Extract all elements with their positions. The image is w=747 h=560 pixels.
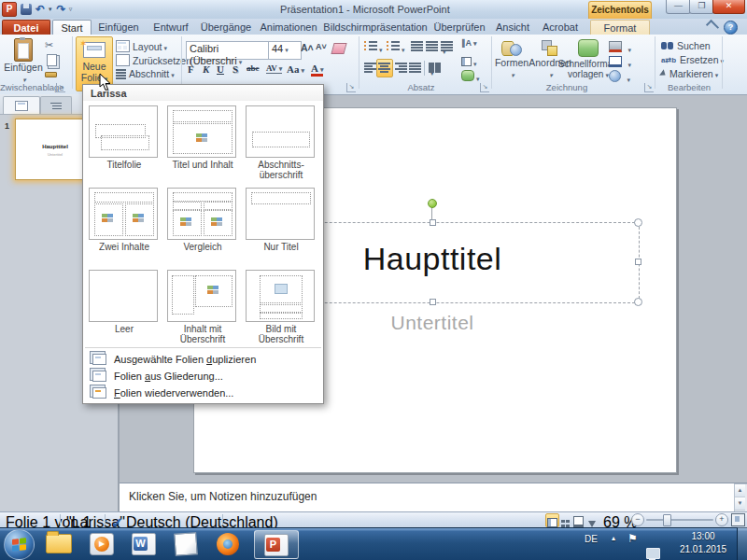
tab-animationen[interactable]: Animationen [258,20,319,35]
tab-acrobat[interactable]: Acrobat [538,20,583,35]
font-dialog-launcher-icon[interactable]: ↘ [346,83,356,92]
drawing-dialog-launcher-icon[interactable]: ↘ [644,83,654,92]
zoom-slider-thumb[interactable] [663,514,671,526]
tab-format[interactable]: Format [590,20,650,35]
show-desktop-button[interactable] [737,527,747,560]
taskbar-media-player-button[interactable]: ▶ [84,530,120,557]
cut-icon[interactable]: ✂ [45,39,53,51]
layout-item-titel-und-inhalt[interactable]: Titel und Inhalt [167,105,238,170]
bold-button[interactable]: F [188,63,194,75]
notes-scrollbar[interactable]: ▲ ▼ [734,483,747,512]
view-slideshow-button[interactable] [585,513,599,527]
language-indicator[interactable]: DE [585,534,598,544]
columns-icon[interactable] [429,63,441,73]
menu-duplicate-slides[interactable]: Ausgewählte Folien duplizieren [83,351,323,367]
scroll-down-icon[interactable]: ▼ [735,497,745,511]
tab-datei[interactable]: Datei [2,20,50,35]
resize-handle-bottom-right[interactable] [634,298,642,306]
tab-bildschirmpraesentation[interactable]: Bildschirmpräsentation [323,20,428,35]
reset-button[interactable]: Zurücksetzen [116,54,191,66]
tab-einfuegen[interactable]: Einfügen [93,20,144,35]
resize-handle-top-right[interactable] [634,218,642,227]
paragraph-dialog-launcher-icon[interactable]: ↘ [480,83,489,92]
tab-start[interactable]: Start [52,20,92,35]
layout-item-inhalt-mit-ueberschrift[interactable]: Inhalt mit Überschrift [167,270,238,344]
layout-button[interactable]: Layout [116,40,167,52]
find-button[interactable]: Suchen [661,40,711,51]
tab-slides-thumbnails[interactable] [3,96,40,114]
font-family-select[interactable]: Calibri (Überschri [186,41,272,60]
underline-button[interactable]: U [217,63,224,75]
section-button[interactable]: Abschnitt [116,68,175,79]
change-case-button[interactable]: Aa [287,63,304,75]
copy-icon[interactable] [47,54,57,66]
rotation-handle[interactable] [428,199,437,208]
redo-icon[interactable]: ↶ [56,4,65,15]
layout-item-abschnittsueberschrift[interactable]: Abschnitts-überschrift [246,105,317,180]
view-sorter-button[interactable] [558,513,572,527]
line-spacing-icon[interactable] [441,41,453,51]
format-painter-icon[interactable] [45,72,57,77]
qat-customize-icon[interactable]: ▿ [69,6,73,13]
view-reading-button[interactable] [571,513,585,527]
arrange-dropdown-icon[interactable] [547,68,553,79]
strikethrough-button[interactable]: abc [247,63,260,73]
decrease-font-icon[interactable]: A˅ [316,42,327,51]
character-spacing-button[interactable]: AV [266,63,282,74]
bullets-dropdown-icon[interactable] [377,39,383,56]
quick-styles-button[interactable]: Schnellformat- vorlagen [570,36,607,79]
taskbar-powerpoint-button[interactable]: P [254,530,299,559]
increase-font-icon[interactable]: A˄ [301,42,314,53]
text-direction-icon[interactable]: ∥A [461,38,477,48]
tab-ueberpruefen[interactable]: Überprüfen [431,20,487,35]
layout-item-bild-mit-ueberschrift[interactable]: Bild mit Überschrift [246,270,317,344]
powerpoint-logo-icon[interactable]: P [2,2,17,17]
scroll-up-icon[interactable]: ▲ [735,484,745,497]
clipboard-dialog-launcher-icon[interactable]: ↘ [56,83,65,92]
close-button[interactable]: ✕ [712,0,745,14]
start-button[interactable] [4,529,35,560]
view-normal-button[interactable] [545,513,559,527]
layout-item-leer[interactable]: Leer [89,270,160,334]
clear-formatting-icon[interactable] [331,43,346,54]
text-shadow-button[interactable]: S [233,63,238,75]
layout-item-titelfolie[interactable]: Titelfolie [89,105,160,170]
help-icon[interactable]: ? [724,21,738,35]
zoom-out-icon[interactable]: − [631,513,644,526]
align-center-button[interactable] [376,59,393,77]
tab-entwurf[interactable]: Entwurf [148,20,194,35]
tab-ansicht[interactable]: Ansicht [491,20,534,35]
increase-indent-icon[interactable] [426,41,438,51]
tray-clock[interactable]: 13:00 21.01.2015 [674,530,732,556]
numbering-icon[interactable] [387,41,400,51]
zoom-slider-track[interactable] [646,519,713,521]
shapes-dropdown-icon[interactable] [509,68,514,79]
action-center-icon[interactable]: ⚑ [627,532,638,545]
resize-handle-top[interactable] [430,219,436,226]
tray-expand-icon[interactable]: ▴ [612,534,615,542]
taskbar-firefox-button[interactable] [210,530,246,557]
tab-uebergaenge[interactable]: Übergänge [198,20,254,35]
layout-item-nur-titel[interactable]: Nur Titel [246,188,317,252]
network-icon[interactable] [646,548,660,559]
save-icon[interactable] [21,4,32,15]
undo-dropdown-icon[interactable]: ▾ [49,6,52,13]
italic-button[interactable]: K [203,63,209,75]
minimize-button[interactable]: — [666,0,691,14]
tab-outline[interactable] [40,96,72,114]
menu-slides-from-outline[interactable]: Folien aus Gliederung... [83,368,323,384]
resize-handle-bottom[interactable] [430,299,436,305]
menu-reuse-slides[interactable]: Folien wiederverwenden... [83,385,323,400]
numbering-dropdown-icon[interactable] [400,39,405,56]
align-right-icon[interactable] [395,63,407,73]
notes-pane[interactable]: Klicken Sie, um Notizen hinzuzufügen [120,483,747,512]
shapes-button[interactable]: Formen [495,38,529,79]
justify-icon[interactable] [409,63,421,73]
paste-button[interactable]: Einfügen [6,38,41,84]
bullets-icon[interactable] [364,41,377,51]
font-color-button[interactable]: A [311,63,323,77]
taskbar-word-button[interactable]: W [126,530,162,557]
taskbar-explorer-button[interactable] [41,530,77,557]
zoom-in-icon[interactable]: + [715,513,728,526]
taskbar-journal-button[interactable] [168,530,204,557]
